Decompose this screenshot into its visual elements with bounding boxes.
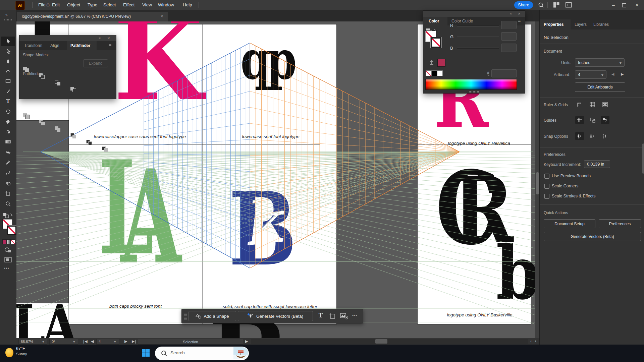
illustrator-app-icon[interactable]: Ai <box>15 1 25 10</box>
pen-tool[interactable] <box>1 57 15 66</box>
artboard-dropdown[interactable]: 4 ▾ <box>575 70 606 79</box>
draw-mode-icon[interactable] <box>4 247 12 253</box>
weather-temp[interactable]: 67°F <box>16 346 25 351</box>
weather-sun-icon[interactable] <box>5 348 13 357</box>
selection-tool[interactable] <box>1 37 15 46</box>
pathfinder-trim-icon[interactable] <box>39 119 46 126</box>
horizontal-scrollbar-thumb[interactable] <box>375 339 387 344</box>
width-tool[interactable] <box>1 148 15 157</box>
menu-view[interactable]: View <box>142 2 152 7</box>
lock-guides-icon[interactable] <box>588 116 597 124</box>
edit-toolbar-icon[interactable]: ••• <box>4 266 9 271</box>
tab-color-guide[interactable]: Color Guide <box>451 19 473 23</box>
type-icon[interactable]: T <box>317 312 325 320</box>
vertical-scrollbar[interactable] <box>535 21 539 338</box>
pathfinder-outline-icon[interactable] <box>86 139 93 146</box>
artboard-nav-field[interactable]: 4 ▾ <box>96 339 119 345</box>
artboard-tool[interactable] <box>1 189 15 198</box>
generate-vectors-button[interactable]: Generate Vectors (Beta) <box>544 232 641 241</box>
scale-corners-checkbox[interactable] <box>544 184 549 189</box>
rectangle-tool[interactable] <box>1 76 15 86</box>
pathfinder-minus-back-icon[interactable] <box>102 146 109 153</box>
close-window-button[interactable]: × <box>635 3 639 7</box>
minimize-button[interactable]: – <box>611 3 616 7</box>
snap-to-point-icon[interactable] <box>575 132 584 140</box>
menu-effect[interactable]: Effect <box>123 2 135 7</box>
shaper-tool[interactable] <box>1 127 15 136</box>
hex-input[interactable] <box>491 69 517 77</box>
tab-transform[interactable]: Transform <box>24 43 42 48</box>
show-rulers-icon[interactable] <box>575 101 584 109</box>
horizontal-scrollbar[interactable] <box>251 339 528 344</box>
slider-r[interactable] <box>457 25 499 26</box>
shape-mode-exclude-icon[interactable] <box>70 86 77 93</box>
next-artboard-icon[interactable]: ▶ <box>621 72 624 76</box>
menu-window[interactable]: Window <box>158 2 174 7</box>
panel-menu-icon[interactable]: ≡ <box>109 43 111 48</box>
show-guides-icon[interactable] <box>575 116 584 124</box>
symbol-sprayer-tool[interactable] <box>1 169 15 178</box>
screen-mode-icon[interactable] <box>4 257 12 263</box>
menu-object[interactable]: Object <box>67 2 80 7</box>
pathfinder-merge-icon[interactable] <box>54 126 62 133</box>
pathfinder-panel-header[interactable]: « × <box>19 35 116 42</box>
scale-strokes-effects-checkbox[interactable] <box>544 194 549 199</box>
panel-scrollbar-thumb[interactable] <box>642 143 644 174</box>
paintbrush-tool[interactable] <box>1 86 15 96</box>
status-expand-icon[interactable]: ▶ <box>245 339 248 344</box>
panel-collapse-icon[interactable]: « <box>510 11 512 15</box>
value-r-input[interactable] <box>501 21 517 29</box>
none-swatch[interactable] <box>426 70 431 76</box>
snap-to-grid-icon[interactable] <box>588 132 597 140</box>
shape-builder-tool[interactable] <box>1 179 15 188</box>
slider-b[interactable] <box>457 48 499 49</box>
tab-pathfinder[interactable]: Pathfinder <box>70 43 90 48</box>
generate-vectors-beta-button[interactable]: Generate Vectors (Beta) <box>238 311 313 321</box>
pathfinder-divide-icon[interactable] <box>23 113 30 119</box>
panel-close-icon[interactable]: × <box>518 11 521 16</box>
toolbar-grip[interactable] <box>4 19 12 20</box>
rotate-tool[interactable] <box>1 107 15 116</box>
search-box[interactable]: Search <box>155 347 249 360</box>
arrange-documents-icon[interactable] <box>566 2 572 8</box>
stroke-color-swatch[interactable] <box>431 37 441 48</box>
snap-to-pixel-icon[interactable] <box>601 132 609 140</box>
document-tab-close-icon[interactable]: × <box>161 14 163 19</box>
smart-guides-icon[interactable] <box>601 116 609 124</box>
panel-close-icon[interactable]: × <box>107 36 110 41</box>
toolbar-collapse-icon[interactable]: » <box>5 13 8 17</box>
rotation-field[interactable]: 0° ▾ <box>49 339 78 345</box>
workspace-switcher-icon[interactable] <box>553 2 559 8</box>
panel-menu-icon[interactable]: ≡ <box>518 18 521 23</box>
menu-select[interactable]: Select <box>103 2 116 7</box>
show-pixel-grid-icon[interactable] <box>601 101 609 109</box>
use-preview-bounds-checkbox[interactable] <box>544 174 549 179</box>
add-shape-button[interactable]: Add a Shape <box>189 311 236 321</box>
document-setup-button[interactable]: Document Setup <box>544 219 595 228</box>
start-button[interactable] <box>142 349 150 357</box>
black-swatch[interactable] <box>431 70 437 76</box>
artboard-icon[interactable] <box>329 312 336 320</box>
import-image-icon[interactable] <box>340 312 348 320</box>
eraser-tool[interactable] <box>1 117 15 126</box>
panel-resize-grip[interactable] <box>469 91 479 93</box>
gradient-tool[interactable] <box>1 137 15 146</box>
units-dropdown[interactable]: Inches ▾ <box>575 58 625 67</box>
white-swatch[interactable] <box>437 70 443 76</box>
value-b-input[interactable] <box>501 44 517 52</box>
tab-layers[interactable]: Layers <box>575 22 587 27</box>
slider-g[interactable] <box>457 36 499 38</box>
status-field[interactable]: Selection <box>138 339 243 345</box>
zoom-tool[interactable] <box>1 199 15 208</box>
stroke-color-swatch[interactable] <box>7 226 16 235</box>
last-artboard-icon[interactable]: ▶❘ <box>132 339 137 344</box>
tab-libraries[interactable]: Libraries <box>593 22 609 27</box>
search-highlight-image[interactable] <box>233 347 248 359</box>
swap-fill-stroke-icon[interactable] <box>3 213 13 219</box>
type-tool[interactable]: T <box>1 97 15 106</box>
last-color-arrow-icon[interactable] <box>429 59 435 65</box>
zoom-field[interactable]: 66.67% ▾ <box>18 339 47 345</box>
color-mode-none[interactable] <box>10 239 15 244</box>
color-panel-header[interactable]: « × <box>423 11 525 17</box>
preferences-button[interactable]: Preferences <box>599 219 641 228</box>
